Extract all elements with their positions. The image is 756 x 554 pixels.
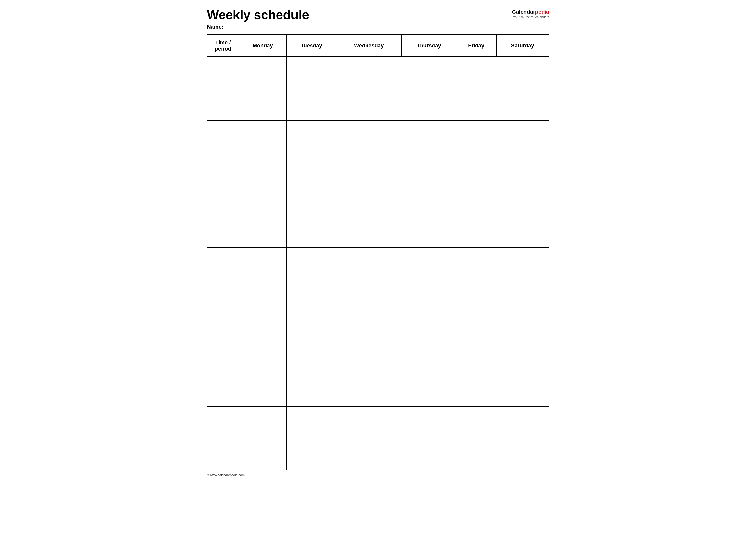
name-row: Name: — [207, 24, 549, 30]
schedule-cell[interactable] — [401, 406, 456, 438]
schedule-cell[interactable] — [401, 247, 456, 279]
schedule-cell[interactable] — [496, 184, 549, 216]
schedule-cell[interactable] — [286, 57, 336, 89]
schedule-cell[interactable] — [336, 343, 401, 375]
col-header-time: Time / period — [207, 35, 239, 57]
schedule-cell[interactable] — [401, 343, 456, 375]
schedule-cell[interactable] — [286, 89, 336, 120]
schedule-cell[interactable] — [496, 120, 549, 152]
footer: © www.calendarpedia.com — [207, 473, 549, 477]
schedule-cell[interactable] — [336, 438, 401, 470]
schedule-cell[interactable] — [286, 152, 336, 184]
schedule-cell[interactable] — [456, 311, 496, 343]
time-cell[interactable] — [207, 279, 239, 311]
schedule-cell[interactable] — [286, 438, 336, 470]
schedule-cell[interactable] — [456, 247, 496, 279]
schedule-cell[interactable] — [336, 184, 401, 216]
schedule-cell[interactable] — [239, 57, 286, 89]
schedule-cell[interactable] — [239, 311, 286, 343]
table-row — [207, 279, 549, 311]
schedule-cell[interactable] — [336, 120, 401, 152]
schedule-cell[interactable] — [239, 184, 286, 216]
schedule-cell[interactable] — [336, 406, 401, 438]
schedule-cell[interactable] — [239, 375, 286, 406]
time-cell[interactable] — [207, 406, 239, 438]
schedule-cell[interactable] — [286, 279, 336, 311]
schedule-cell[interactable] — [336, 311, 401, 343]
schedule-cell[interactable] — [456, 343, 496, 375]
time-cell[interactable] — [207, 375, 239, 406]
schedule-cell[interactable] — [401, 120, 456, 152]
schedule-cell[interactable] — [496, 57, 549, 89]
schedule-cell[interactable] — [239, 89, 286, 120]
schedule-cell[interactable] — [456, 279, 496, 311]
schedule-cell[interactable] — [239, 343, 286, 375]
time-cell[interactable] — [207, 184, 239, 216]
schedule-cell[interactable] — [456, 57, 496, 89]
schedule-cell[interactable] — [456, 152, 496, 184]
table-row — [207, 406, 549, 438]
schedule-cell[interactable] — [496, 406, 549, 438]
schedule-cell[interactable] — [496, 279, 549, 311]
schedule-cell[interactable] — [239, 438, 286, 470]
schedule-cell[interactable] — [286, 247, 336, 279]
schedule-cell[interactable] — [286, 343, 336, 375]
col-header-saturday: Saturday — [496, 35, 549, 57]
schedule-cell[interactable] — [496, 438, 549, 470]
time-cell[interactable] — [207, 438, 239, 470]
schedule-cell[interactable] — [401, 279, 456, 311]
schedule-cell[interactable] — [456, 216, 496, 247]
schedule-cell[interactable] — [401, 438, 456, 470]
schedule-cell[interactable] — [239, 216, 286, 247]
schedule-cell[interactable] — [286, 406, 336, 438]
header-row: Weekly schedule Calendarpedia Your sourc… — [207, 8, 549, 22]
schedule-cell[interactable] — [496, 343, 549, 375]
schedule-cell[interactable] — [456, 120, 496, 152]
schedule-cell[interactable] — [456, 438, 496, 470]
time-cell[interactable] — [207, 311, 239, 343]
schedule-cell[interactable] — [336, 152, 401, 184]
schedule-cell[interactable] — [286, 184, 336, 216]
schedule-cell[interactable] — [286, 216, 336, 247]
schedule-cell[interactable] — [336, 57, 401, 89]
time-cell[interactable] — [207, 216, 239, 247]
time-cell[interactable] — [207, 152, 239, 184]
time-cell[interactable] — [207, 120, 239, 152]
time-cell[interactable] — [207, 57, 239, 89]
schedule-cell[interactable] — [496, 247, 549, 279]
schedule-cell[interactable] — [456, 375, 496, 406]
schedule-cell[interactable] — [456, 184, 496, 216]
table-row — [207, 311, 549, 343]
schedule-cell[interactable] — [336, 247, 401, 279]
schedule-cell[interactable] — [401, 57, 456, 89]
schedule-cell[interactable] — [336, 375, 401, 406]
schedule-cell[interactable] — [286, 311, 336, 343]
schedule-cell[interactable] — [456, 406, 496, 438]
time-cell[interactable] — [207, 89, 239, 120]
schedule-cell[interactable] — [336, 279, 401, 311]
schedule-cell[interactable] — [456, 89, 496, 120]
schedule-cell[interactable] — [496, 311, 549, 343]
schedule-cell[interactable] — [401, 184, 456, 216]
schedule-cell[interactable] — [239, 152, 286, 184]
time-cell[interactable] — [207, 247, 239, 279]
schedule-cell[interactable] — [496, 375, 549, 406]
schedule-cell[interactable] — [239, 120, 286, 152]
schedule-cell[interactable] — [401, 216, 456, 247]
schedule-cell[interactable] — [401, 152, 456, 184]
schedule-cell[interactable] — [496, 89, 549, 120]
schedule-cell[interactable] — [401, 89, 456, 120]
schedule-cell[interactable] — [496, 152, 549, 184]
schedule-cell[interactable] — [286, 120, 336, 152]
schedule-cell[interactable] — [336, 216, 401, 247]
schedule-cell[interactable] — [286, 375, 336, 406]
schedule-cell[interactable] — [496, 216, 549, 247]
schedule-cell[interactable] — [401, 311, 456, 343]
table-row — [207, 247, 549, 279]
schedule-cell[interactable] — [239, 247, 286, 279]
time-cell[interactable] — [207, 343, 239, 375]
schedule-cell[interactable] — [239, 279, 286, 311]
schedule-cell[interactable] — [401, 375, 456, 406]
schedule-cell[interactable] — [336, 89, 401, 120]
schedule-cell[interactable] — [239, 406, 286, 438]
